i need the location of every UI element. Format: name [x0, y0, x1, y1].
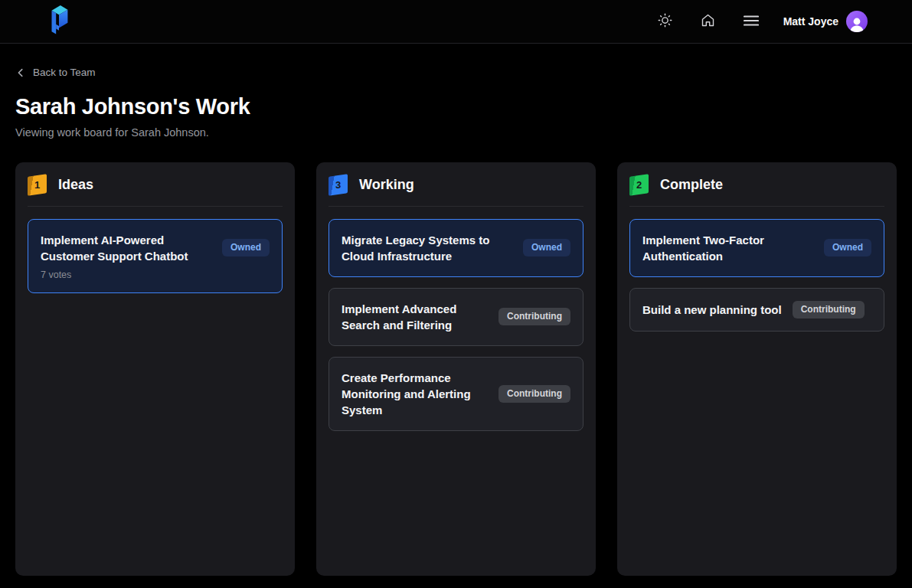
- home-icon: [700, 12, 716, 31]
- page-title: Sarah Johnson's Work: [15, 94, 897, 119]
- avatar[interactable]: [846, 11, 868, 32]
- column-header: 2 Complete: [617, 162, 897, 206]
- home-button[interactable]: [698, 11, 719, 32]
- user-chip: Matt Joyce: [783, 11, 868, 32]
- main-content: Back to Team Sarah Johnson's Work Viewin…: [0, 44, 912, 576]
- role-badge: Owned: [824, 239, 871, 256]
- column-count: 3: [335, 179, 341, 191]
- column-title: Ideas: [58, 177, 93, 193]
- card-row: Implement AI-Powered Customer Support Ch…: [41, 232, 270, 264]
- card-row: Create Performance Monitoring and Alerti…: [342, 370, 570, 418]
- role-badge: Contributing: [498, 385, 570, 403]
- app-logo[interactable]: [44, 2, 74, 41]
- top-navbar: Matt Joyce: [0, 0, 912, 44]
- column-cards: Implement AI-Powered Customer Support Ch…: [15, 207, 295, 305]
- card-title: Implement Advanced Search and Filtering: [342, 301, 488, 333]
- page-subtitle: Viewing work board for Sarah Johnson.: [15, 126, 897, 139]
- work-card[interactable]: Implement Advanced Search and Filtering …: [329, 288, 583, 346]
- work-board: 1 Ideas Implement AI-Powered Customer Su…: [15, 162, 897, 576]
- column-header: 3 Working: [316, 162, 596, 206]
- column-cards: Implement Two-Factor Authentication Owne…: [617, 207, 897, 344]
- work-card[interactable]: Create Performance Monitoring and Alerti…: [329, 357, 583, 431]
- work-card[interactable]: Implement AI-Powered Customer Support Ch…: [28, 219, 283, 293]
- board-column-complete: 2 Complete Implement Two-Factor Authenti…: [617, 162, 897, 576]
- card-title: Implement AI-Powered Customer Support Ch…: [41, 232, 211, 264]
- column-count-badge: 3: [329, 174, 348, 196]
- role-badge: Owned: [222, 239, 270, 256]
- work-card[interactable]: Build a new planning tool Contributing: [629, 288, 884, 332]
- role-badge: Owned: [523, 239, 570, 256]
- role-badge: Contributing: [793, 301, 865, 318]
- work-card[interactable]: Implement Two-Factor Authentication Owne…: [629, 219, 884, 277]
- card-title: Create Performance Monitoring and Alerti…: [342, 370, 488, 418]
- hamburger-menu-icon: [744, 15, 759, 29]
- card-votes: 7 votes: [41, 270, 270, 280]
- card-row: Migrate Legacy Systems to Cloud Infrastr…: [342, 232, 570, 264]
- role-badge: Contributing: [498, 308, 570, 325]
- back-link-label: Back to Team: [33, 67, 96, 78]
- menu-button[interactable]: [740, 11, 762, 32]
- column-count-badge: 1: [28, 174, 47, 196]
- user-avatar-icon: [848, 15, 866, 32]
- column-header: 1 Ideas: [15, 162, 295, 206]
- navbar-actions: Matt Joyce: [655, 11, 868, 32]
- column-title: Working: [359, 177, 414, 193]
- column-count-badge: 2: [629, 174, 649, 196]
- isometric-p-logo-icon: [44, 2, 74, 41]
- user-name: Matt Joyce: [783, 15, 838, 28]
- board-column-working: 3 Working Migrate Legacy Systems to Clou…: [316, 162, 596, 576]
- theme-toggle-button[interactable]: [655, 11, 676, 32]
- card-row: Build a new planning tool Contributing: [642, 301, 871, 318]
- card-row: Implement Advanced Search and Filtering …: [342, 301, 570, 333]
- column-count: 2: [636, 179, 642, 191]
- card-row: Implement Two-Factor Authentication Owne…: [642, 232, 871, 264]
- column-title: Complete: [660, 177, 723, 193]
- column-cards: Migrate Legacy Systems to Cloud Infrastr…: [316, 207, 596, 443]
- work-card[interactable]: Migrate Legacy Systems to Cloud Infrastr…: [329, 219, 583, 277]
- card-title: Build a new planning tool: [642, 302, 782, 318]
- board-column-ideas: 1 Ideas Implement AI-Powered Customer Su…: [15, 162, 295, 576]
- card-title: Implement Two-Factor Authentication: [642, 232, 813, 264]
- back-to-team-link[interactable]: Back to Team: [15, 67, 96, 78]
- card-title: Migrate Legacy Systems to Cloud Infrastr…: [342, 232, 512, 264]
- sun-icon: [657, 12, 673, 31]
- column-count: 1: [34, 179, 40, 191]
- chevron-left-icon: [15, 67, 26, 78]
